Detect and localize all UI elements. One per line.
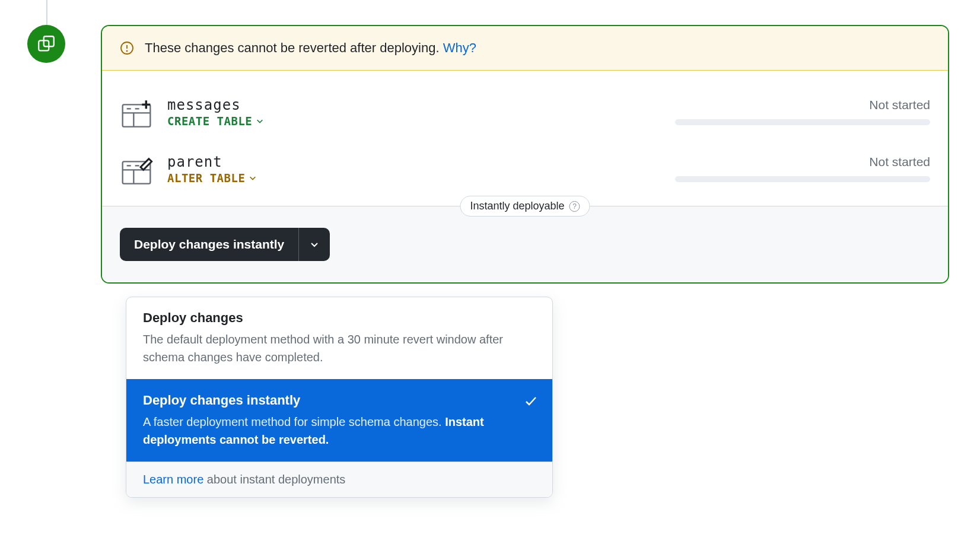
warning-text-wrap: These changes cannot be reverted after d…	[145, 40, 476, 56]
option-title: Deploy changes	[143, 310, 536, 326]
warning-text: These changes cannot be reverted after d…	[145, 40, 443, 55]
change-main: parent ALTER TABLE	[167, 154, 661, 184]
change-status-col: Not started	[675, 154, 930, 182]
deployable-pill: Instantly deployable ?	[460, 196, 590, 217]
option-desc: The default deployment method with a 30 …	[143, 330, 536, 366]
step-avatar	[27, 25, 65, 63]
deploy-button[interactable]: Deploy changes instantly	[120, 228, 298, 261]
change-row: parent ALTER TABLE Not started	[120, 143, 930, 200]
warning-why-link[interactable]: Why?	[443, 40, 476, 55]
status-text: Not started	[869, 155, 930, 169]
pill-label: Instantly deployable	[470, 200, 564, 212]
alter-table-icon	[120, 154, 153, 189]
chevron-down-icon	[310, 240, 319, 249]
change-row: messages CREATE TABLE Not started	[120, 86, 930, 143]
schema-icon	[36, 34, 56, 54]
option-desc-prefix: A faster deployment method for simple sc…	[143, 415, 445, 428]
deploy-options-toggle[interactable]	[298, 228, 330, 261]
change-status-col: Not started	[675, 97, 930, 125]
create-table-icon	[120, 97, 153, 132]
change-action-toggle[interactable]: ALTER TABLE	[167, 171, 257, 184]
table-name: parent	[167, 154, 661, 170]
change-main: messages CREATE TABLE	[167, 97, 661, 128]
deploy-split-button: Deploy changes instantly	[120, 228, 330, 261]
table-name: messages	[167, 97, 661, 113]
alert-icon	[120, 41, 134, 55]
chevron-down-icon	[249, 174, 257, 182]
progress-bar	[675, 176, 930, 182]
change-action-toggle[interactable]: CREATE TABLE	[167, 114, 264, 128]
change-list: messages CREATE TABLE Not started	[102, 71, 948, 206]
progress-bar	[675, 119, 930, 125]
learn-more-link[interactable]: Learn more	[143, 473, 203, 486]
chevron-down-icon	[256, 117, 264, 125]
deploy-panel: These changes cannot be reverted after d…	[101, 25, 949, 284]
option-desc: A faster deployment method for simple sc…	[143, 413, 536, 448]
warning-banner: These changes cannot be reverted after d…	[102, 26, 948, 71]
learn-more-suffix: about instant deployments	[203, 473, 345, 486]
option-deploy-instantly[interactable]: Deploy changes instantly A faster deploy…	[126, 379, 552, 462]
svg-point-4	[127, 51, 128, 52]
change-action-label: ALTER TABLE	[167, 171, 245, 184]
check-icon	[524, 394, 538, 408]
dropdown-footer: Learn more about instant deployments	[126, 462, 552, 497]
deploy-options-dropdown: Deploy changes The default deployment me…	[126, 297, 553, 498]
panel-footer: Instantly deployable ? Deploy changes in…	[102, 206, 948, 282]
option-title: Deploy changes instantly	[143, 393, 536, 408]
timeline-connector	[46, 0, 47, 25]
status-text: Not started	[869, 98, 930, 112]
change-action-label: CREATE TABLE	[167, 114, 252, 128]
help-icon[interactable]: ?	[569, 201, 580, 212]
option-deploy-changes[interactable]: Deploy changes The default deployment me…	[126, 297, 552, 379]
